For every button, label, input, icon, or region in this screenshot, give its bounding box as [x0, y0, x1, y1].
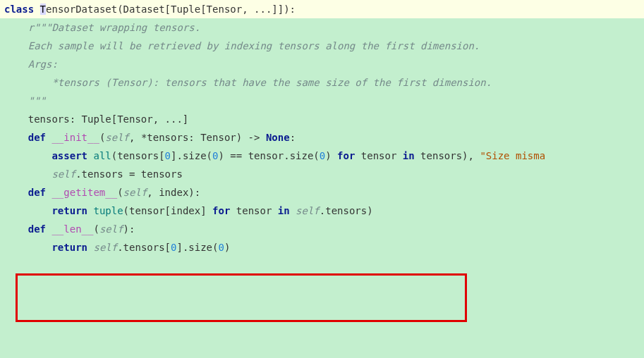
code-line-19: return self.tensors[0].size(0) — [0, 238, 644, 257]
code-line-8: """ — [0, 92, 644, 110]
keyword-class: class — [4, 4, 34, 15]
code-line-12: assert all(tensors[0].size(0) == tensor.… — [0, 147, 644, 165]
code-line-16: return tuple(tensor[index] for tensor in… — [0, 202, 644, 220]
method-getitem: __getitem__ — [46, 187, 117, 198]
docstring: Each sample will be retrieved by indexin… — [4, 40, 480, 51]
method-init: __init__ — [46, 132, 99, 143]
docstring: *tensors (Tensor): tensors that have the… — [4, 77, 492, 88]
code-container: class TensorDataset(Dataset[Tuple[Tensor… — [0, 0, 644, 358]
type-annotation: tensors: Tuple[Tensor, ...] — [4, 113, 188, 125]
code-line-9: tensors: Tuple[Tensor, ...] — [0, 110, 644, 128]
code-line-7: *tensors (Tensor): tensors that have the… — [0, 73, 644, 92]
code-line-15: def __getitem__(self, index): — [0, 183, 644, 202]
code-line-2: r"""Dataset wrapping tensors. — [0, 18, 644, 37]
method-len: __len__ — [46, 223, 93, 235]
docstring: Args: — [4, 58, 58, 70]
code-line-4: Each sample will be retrieved by indexin… — [0, 37, 644, 55]
code-line-18: def __len__(self): — [0, 220, 644, 238]
docstring: """ — [4, 95, 46, 106]
code-line-6: Args: — [0, 55, 644, 73]
class-name: ensorDataset — [46, 4, 117, 15]
code-line-13: self.tensors = tensors — [0, 165, 644, 183]
code-line-1: class TensorDataset(Dataset[Tuple[Tensor… — [0, 0, 644, 18]
cursor-position: T — [40, 4, 46, 15]
code-line-11: def __init__(self, *tensors: Tensor) -> … — [0, 128, 644, 147]
docstring: r"""Dataset wrapping tensors. — [4, 22, 200, 33]
